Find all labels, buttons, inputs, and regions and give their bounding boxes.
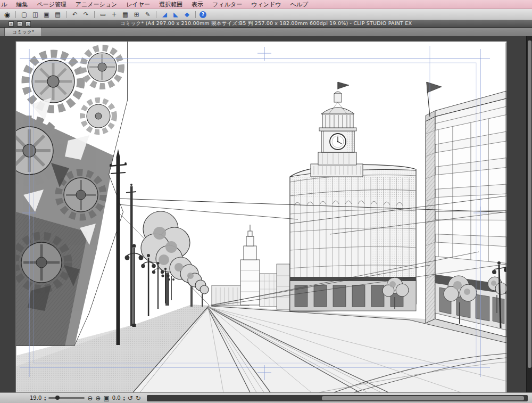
- transform-icon[interactable]: ⊞: [132, 10, 141, 19]
- rotate-right-icon[interactable]: ↻: [136, 395, 141, 401]
- menu-item-filter[interactable]: フィルター: [212, 1, 242, 9]
- menu-bar: ル 編集 ページ管理 アニメーション レイヤー 選択範囲 表示 フィルター ウィ…: [0, 0, 532, 9]
- save-document-icon[interactable]: ▣: [42, 10, 51, 19]
- horizontal-scrollbar[interactable]: [147, 395, 528, 401]
- zoom-slider-thumb[interactable]: [55, 396, 60, 400]
- vertical-scrollbar-thumb[interactable]: [528, 40, 531, 368]
- rotate-left-icon[interactable]: ↺: [128, 395, 133, 401]
- app-logo-icon[interactable]: ◉: [3, 10, 12, 19]
- zoom-stepper-down-icon[interactable]: ▾: [44, 398, 46, 401]
- rect-select-icon[interactable]: ▭: [98, 10, 107, 19]
- move-tool-icon[interactable]: +: [110, 10, 119, 19]
- menu-item-layer[interactable]: レイヤー: [126, 1, 150, 9]
- toolbar-separator: [94, 11, 95, 18]
- menu-item-edit[interactable]: 編集: [16, 1, 28, 9]
- clip-studio-window: ル 編集 ページ管理 アニメーション レイヤー 選択範囲 表示 フィルター ウィ…: [0, 0, 532, 403]
- toolbar-separator: [66, 11, 66, 18]
- zoom-slider[interactable]: [48, 397, 85, 399]
- zoom-stepper[interactable]: ▴ ▾: [44, 396, 46, 401]
- redo-icon[interactable]: ↷: [81, 10, 90, 19]
- new-document-icon[interactable]: ▢: [20, 10, 29, 19]
- menu-item-selection[interactable]: 選択範囲: [159, 1, 182, 9]
- pen-icon[interactable]: ✎: [143, 10, 152, 19]
- window-title: コミック* (A4 297.00 x 210.00mm 製本サイズ:B5 判 2…: [120, 20, 412, 27]
- zoom-in-icon[interactable]: ⊕: [95, 395, 101, 401]
- window-controls: × ─ ◻: [9, 21, 31, 27]
- menu-item-animation[interactable]: アニメーション: [76, 1, 118, 9]
- rotation-value: 0.0: [112, 395, 121, 401]
- undo-icon[interactable]: ↶: [70, 10, 79, 19]
- snap-to-grid-icon[interactable]: ◆: [182, 10, 192, 19]
- horizontal-scrollbar-thumb[interactable]: [322, 396, 524, 400]
- menu-item-help[interactable]: ヘルプ: [290, 1, 308, 9]
- command-bar: ◉ ▢ ◫ ▣ ▤ ↶ ↷ ▭ + ▦ ⊞ ✎ ◢ ◣ ◆ ?: [0, 9, 532, 20]
- gear: [26, 54, 81, 109]
- fit-to-screen-icon[interactable]: ▣: [103, 395, 109, 401]
- rotation-stepper-down-icon[interactable]: ▾: [123, 398, 125, 401]
- help-icon[interactable]: ?: [200, 11, 206, 18]
- document-tab[interactable]: コミック*: [4, 27, 42, 36]
- open-document-icon[interactable]: ◫: [31, 10, 40, 19]
- snap-to-ruler-icon[interactable]: ◢: [160, 10, 169, 19]
- document-canvas[interactable]: [0, 36, 526, 392]
- canvas-area: [0, 36, 532, 392]
- toolbar-separator: [15, 11, 16, 18]
- grid-icon[interactable]: ▦: [121, 10, 130, 19]
- maximize-button[interactable]: ◻: [26, 21, 31, 27]
- close-button[interactable]: ×: [9, 21, 14, 27]
- menu-item-window[interactable]: ウィンドウ: [251, 1, 281, 9]
- document-tab-bar: コミック*: [0, 28, 532, 36]
- navigation-status-bar: 19.0 ▴ ▾ ⊖ ⊕ ▣ 0.0 ▴ ▾ ↺ ↻: [0, 392, 532, 403]
- zoom-out-icon[interactable]: ⊖: [87, 395, 93, 401]
- menu-item-page-manage[interactable]: ページ管理: [37, 1, 66, 9]
- toolbar-separator: [156, 11, 156, 18]
- document-title-bar: × ─ ◻ コミック* (A4 297.00 x 210.00mm 製本サイズ:…: [0, 20, 532, 28]
- minimize-button[interactable]: ─: [17, 21, 22, 27]
- toolbar-separator: [195, 11, 196, 18]
- snap-to-special-ruler-icon[interactable]: ◣: [171, 10, 180, 19]
- export-document-icon[interactable]: ▤: [53, 10, 62, 19]
- menu-item-view[interactable]: 表示: [192, 1, 203, 9]
- menu-item-file-truncated[interactable]: ル: [1, 1, 7, 9]
- vertical-scrollbar[interactable]: [526, 36, 532, 392]
- zoom-value: 19.0: [30, 395, 41, 401]
- rotation-stepper[interactable]: ▴ ▾: [123, 396, 125, 401]
